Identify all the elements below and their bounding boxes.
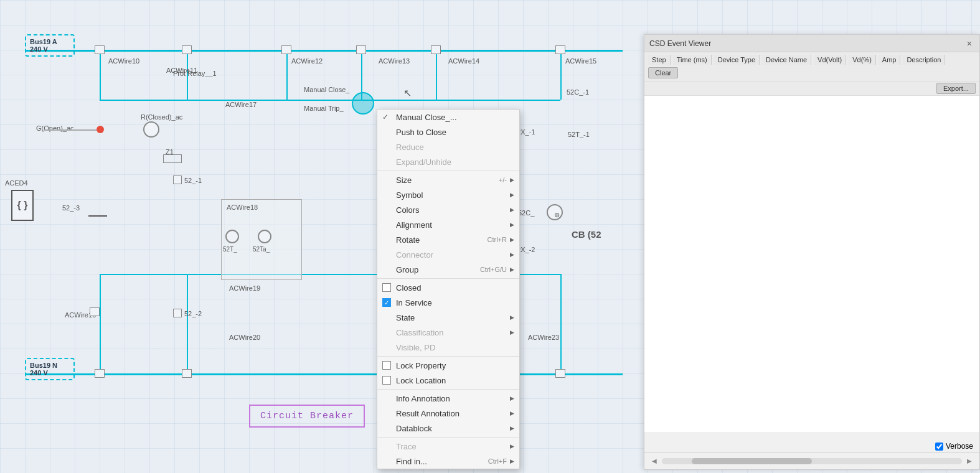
52c-inner: ⊕ [554,211,560,219]
52-3-label: 52_-3 [62,204,80,212]
verbose-checkbox[interactable] [935,443,943,451]
52-2-label: 52_-2 [184,310,202,317]
col-step[interactable]: Step [648,55,671,65]
prot-relay-label: Prot Relay__1 [173,70,217,77]
acwire19-label: ACWire19 [229,284,260,292]
divider-4 [377,389,519,390]
menu-result-annotation[interactable]: Result Annotation [377,406,519,421]
acwire18-box: ACWire18 52T_ 52Ta_ [221,199,302,280]
comp-bot-2 [182,369,192,378]
menu-lock-location[interactable]: Lock Location [377,373,519,388]
menu-alignment[interactable]: Alignment [377,217,519,232]
aced4-label: ACED4 [5,179,28,187]
col-vd-volt[interactable]: Vd(Volt) [814,55,846,65]
bus-bottom-label: Bus19 N 240 V [25,358,75,380]
scrollbar-thumb [692,458,812,464]
scrollbar-track[interactable] [662,458,962,464]
bus-bottom-line [25,373,623,375]
verbose-row: Verbose [935,442,973,451]
menu-visible-pd: Visible, PD [377,340,519,355]
acwire10-label: ACWire10 [108,57,139,65]
menu-state[interactable]: State [377,310,519,325]
event-panel-close-button[interactable]: × [964,39,974,49]
menu-find-in[interactable]: Find in... Ctrl+F [377,454,519,469]
menu-push-to-close[interactable]: Push to Close [377,124,519,139]
52t-1-label: 52T_-1 [568,131,590,138]
event-panel-footer: ◀ ▶ [644,452,979,469]
acwire23-label: ACWire23 [528,334,559,341]
menu-trace: Trace [377,439,519,454]
cursor: ↖ [403,87,411,98]
wire-v-3 [286,50,288,100]
event-panel: CSD Event Viewer × Step Time (ms) Device… [644,34,980,470]
52-1-label: 52_-1 [184,177,202,184]
52-1-comp [173,176,182,184]
col-device-name[interactable]: Device Name [762,55,811,65]
comp-top-6 [555,45,565,54]
event-panel-titlebar: CSD Event Viewer × [644,35,979,52]
menu-classification: Classification [377,325,519,340]
menu-group[interactable]: Group Ctrl+G/U [377,262,519,277]
menu-colors[interactable]: Colors [377,202,519,217]
manual-close-label: Manual Close_ [304,86,349,93]
col-vd-pct[interactable]: Vd(%) [849,55,876,65]
event-panel-toolbar: Step Time (ms) Device Type Device Name V… [644,52,979,82]
col-time-ms[interactable]: Time (ms) [673,55,712,65]
divider-3 [377,356,519,357]
lock-property-checkbox [382,361,391,370]
comp-top-4 [356,45,366,54]
cb-52-label: CB (52 [572,229,601,240]
comp-top-3 [281,45,291,54]
menu-datablock[interactable]: Datablock [377,421,519,436]
col-amp[interactable]: Amp [879,55,901,65]
z1-component [163,154,182,163]
acwire14-label: ACWire14 [448,57,479,65]
52-3-diag [88,212,107,217]
menu-connector: Connector [377,247,519,262]
divider-2 [377,278,519,279]
52-2-comp [173,309,182,317]
menu-manual-close[interactable]: ✓ Manual Close_... [377,110,519,124]
menu-in-service[interactable]: ✓ In Service [377,295,519,310]
comp-mid-1 [90,307,100,316]
selected-component[interactable] [352,92,374,115]
52c-1-label: 52C_-1 [567,88,589,96]
menu-closed[interactable]: Closed [377,280,519,295]
comp-top-1 [95,45,105,54]
event-panel-title: CSD Event Viewer [649,39,711,48]
52ta-circle [258,230,271,243]
52c-label: 52C_ [518,209,534,217]
menu-lock-property[interactable]: Lock Property [377,358,519,373]
bus-top-label: Bus19 A 240 V [25,34,75,57]
col-device-type[interactable]: Device Type [714,55,760,65]
acwire17-label: ACWire17 [225,101,257,108]
menu-expand-unhide: Expand/Unhide [377,154,519,169]
col-description[interactable]: Description [903,55,945,65]
comp-bot-1 [95,369,105,378]
lock-location-checkbox [382,376,391,385]
in-service-checkbox: ✓ [382,298,391,307]
menu-size[interactable]: Size +/- [377,172,519,187]
wire-v-5 [436,50,437,100]
manual-trip-label: Manual Trip_ [304,105,344,112]
export-button[interactable]: Export... [936,83,976,94]
acwire13-label: ACWire13 [379,57,410,65]
event-panel-body [644,96,979,432]
menu-info-annotation[interactable]: Info Annotation [377,391,519,406]
wire-v-bot-1 [100,274,101,375]
wire-v-6 [560,50,562,100]
aced4-component: { } [11,190,34,221]
g-open-label: G(Open)_ac [36,124,74,132]
clear-button[interactable]: Clear [648,67,678,78]
context-menu: ✓ Manual Close_... Push to Close Reduce … [377,109,520,469]
comp-top-2 [182,45,192,54]
menu-rotate[interactable]: Rotate Ctrl+R [377,232,519,247]
wire-g-open [44,129,97,131]
divider-5 [377,437,519,438]
acwire12-label: ACWire12 [291,57,323,65]
check-icon: ✓ [382,113,389,121]
menu-symbol[interactable]: Symbol [377,187,519,202]
comp-bot-3 [555,369,565,378]
r-closed-label: R(Closed)_ac [141,113,182,121]
wire-v-bot-3 [560,274,562,375]
